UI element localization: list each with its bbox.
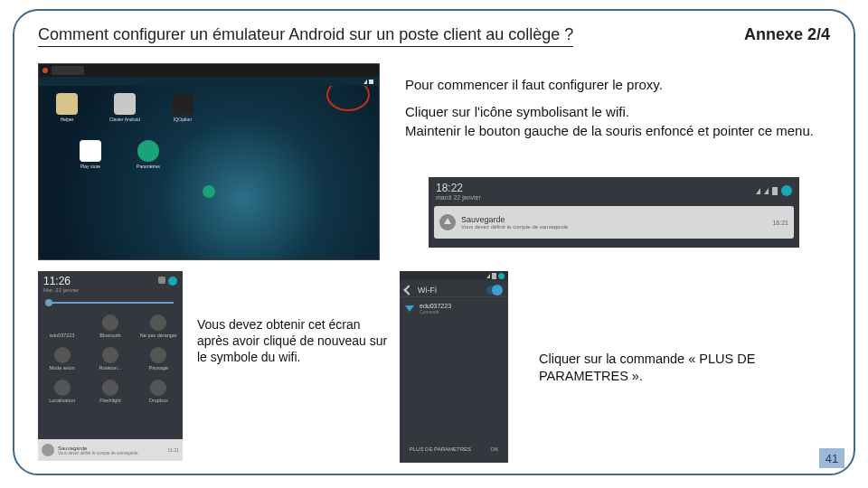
app-row-1: Helper Clavier Android (AOSP) IQOption xyxy=(52,93,198,122)
bluetooth-icon xyxy=(102,314,118,331)
notif-card-time: 18:21 xyxy=(772,220,788,226)
wifi-icon xyxy=(756,188,760,194)
notif-card-title: Sauvegarde xyxy=(461,215,767,224)
page-title: Comment configurer un émulateur Android … xyxy=(38,25,573,47)
location-icon xyxy=(54,380,71,396)
notif-header: 18:22 mardi 22 janvier xyxy=(429,177,799,204)
user-avatar-icon xyxy=(498,273,505,279)
click-wifi-line: Cliquer sur l'icône symbolisant le wifi. xyxy=(405,104,629,119)
qs-tile-dnd: Ne pas déranger xyxy=(135,311,183,342)
app-settings: Paramètres xyxy=(133,140,164,169)
wifi-signal-icon xyxy=(405,305,414,312)
wifi-footer: PLUS DE PARAMETRES OK xyxy=(400,443,508,455)
instruction-text-top: Pour commencer il faut configurer le pro… xyxy=(405,76,832,149)
back-icon xyxy=(403,285,413,295)
battery-icon xyxy=(369,80,373,84)
annotation-circle xyxy=(326,86,370,111)
qs-tile-location: Localisation xyxy=(38,376,86,407)
notif-time: 18:22 xyxy=(436,182,481,194)
brightness-slider xyxy=(47,302,174,304)
qs-time: 11:26 xyxy=(43,275,177,287)
hold-left-line: Maintenir le bouton gauche de la souris … xyxy=(405,123,814,138)
wifi-status: Connecté xyxy=(420,309,451,314)
wifi-header: Wi-Fi xyxy=(400,280,508,296)
wifi-settings-screenshot: Wi-Fi edu037223 Connecté PLUS DE PARAMET… xyxy=(400,271,508,463)
wifi-status-bar xyxy=(400,271,508,280)
qs-date: Mar. 22 janvier xyxy=(43,287,177,293)
window-tab xyxy=(52,66,84,75)
notif-card-sub: Vous devez définir le compte de sauvegar… xyxy=(461,224,767,230)
wifi-active-network: edu037223 Connecté xyxy=(400,296,508,320)
qs-footer-sub: Vous devez définir le compte de sauvegar… xyxy=(58,451,139,455)
qs-footer-card: Sauvegarde Vous devez définir le compte … xyxy=(38,439,183,461)
qs-tile-landscape: Paysage xyxy=(135,343,183,374)
dropbox-icon xyxy=(150,380,166,396)
emulator-screenshot: Helper Clavier Android (AOSP) IQOption P… xyxy=(38,63,380,260)
user-avatar-icon xyxy=(168,277,177,286)
wifi-ok: OK xyxy=(486,443,505,455)
notif-status-icons xyxy=(756,185,792,196)
annex-label: Annexe 2/4 xyxy=(744,25,830,44)
user-avatar-icon xyxy=(781,185,792,196)
wifi-icon xyxy=(486,274,490,278)
quicksettings-screenshot: 11:26 Mar. 22 janvier edu037223 Bluetoot… xyxy=(38,271,183,461)
wifi-title: Wi-Fi xyxy=(418,286,437,295)
slide-header: Comment configurer un émulateur Android … xyxy=(38,25,830,47)
android-status-bar xyxy=(39,77,379,86)
qs-footer-time: 11:21 xyxy=(167,447,179,453)
landscape-icon xyxy=(150,347,166,363)
window-dot-icon xyxy=(42,68,48,73)
dnd-icon xyxy=(150,314,166,331)
signal-icon xyxy=(764,188,769,194)
app-helper: Helper xyxy=(52,93,82,122)
battery-icon xyxy=(772,187,778,195)
flashlight-icon xyxy=(102,380,118,396)
app-drawer-icon xyxy=(203,185,215,198)
app-row-2: Play store Paramètres xyxy=(75,140,164,169)
notification-panel-screenshot: 18:22 mardi 22 janvier Sauvegarde Vous d… xyxy=(429,177,799,248)
app-playstore: Play store xyxy=(75,140,106,169)
qs-tiles: edu037223 Bluetooth Ne pas déranger Mode… xyxy=(38,307,183,410)
qs-top-icons xyxy=(158,277,177,286)
backup-icon xyxy=(42,444,54,456)
page-number: 41 xyxy=(819,448,844,468)
wifi-ssid: edu037223 xyxy=(420,303,451,309)
wifi-icon xyxy=(363,80,367,84)
wifi-toggle xyxy=(486,286,503,295)
notif-card: Sauvegarde Vous devez définir le compte … xyxy=(434,206,794,239)
wifi-more-params: PLUS DE PARAMETRES xyxy=(404,443,476,455)
intro-line: Pour commencer il faut configurer le pro… xyxy=(405,76,832,94)
backup-icon xyxy=(439,214,456,230)
qs-tile-dropbox: Dropbox xyxy=(135,376,183,407)
app-keyboard: Clavier Android (AOSP) xyxy=(109,93,140,122)
airplane-icon xyxy=(54,347,71,363)
gear-icon xyxy=(158,277,165,284)
app-iqoption: IQOption xyxy=(167,93,198,122)
qs-tile-rotation: Rotation... xyxy=(86,343,134,374)
instruction-text-right: Cliquer sur la commande « PLUS DE PARAME… xyxy=(539,351,774,385)
qs-tile-bluetooth: Bluetooth xyxy=(86,311,134,342)
emulator-window-bar xyxy=(39,64,379,77)
rotation-icon xyxy=(102,347,118,363)
android-home-wallpaper: Helper Clavier Android (AOSP) IQOption P… xyxy=(39,86,379,259)
notif-date: mardi 22 janvier xyxy=(436,194,481,201)
qs-tile-airplane: Mode avion xyxy=(38,343,86,374)
qs-tile-wifi: edu037223 xyxy=(38,311,86,342)
instruction-text-mid: Vous devez obtenir cet écran après avoir… xyxy=(197,316,394,366)
battery-icon xyxy=(492,273,496,279)
qs-tile-flashlight: Flashlight xyxy=(86,376,134,407)
